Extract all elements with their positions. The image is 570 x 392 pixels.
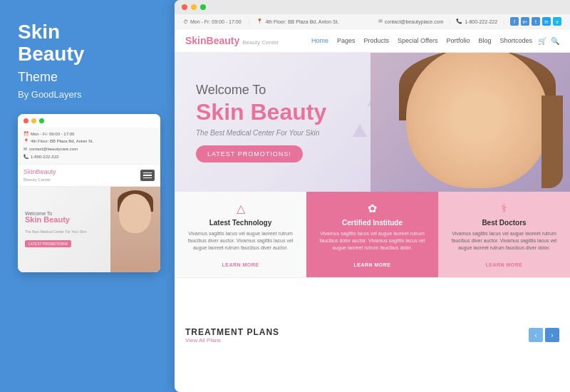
feature-text-2: Vivamus sagittis lacus vel augue laoreet… (317, 230, 428, 251)
feature-link-2[interactable]: LEARN MORE (353, 259, 390, 267)
email-icon: ✉ (24, 145, 27, 153)
nav-items: Home Pages Products Special Offers Portf… (311, 37, 532, 44)
feature-link-3[interactable]: LEARN MORE (485, 259, 522, 267)
separator: | (503, 19, 504, 24)
search-icon[interactable]: 🔍 (551, 37, 559, 45)
phone-icon: 📞 (456, 19, 462, 24)
hero-welcome-text: Welcome To (196, 83, 326, 98)
theme-by: By GoodLayers (18, 89, 160, 100)
prev-arrow-button[interactable]: ‹ (529, 328, 543, 342)
linkedin-icon[interactable]: in (542, 17, 551, 26)
nav-pages[interactable]: Pages (337, 37, 356, 44)
nav-special-offers[interactable]: Special Offers (398, 37, 437, 44)
browser-chrome (175, 0, 570, 14)
mobile-hero-subtitle: The Best Medical Center For Your Skin (25, 229, 86, 234)
decorative-triangle-2 (353, 124, 367, 137)
mobile-hours-row: ⏰ Mon - Fr: 09:00 - 17:00 (24, 130, 155, 138)
treatment-plans-bar: TREATMENT PLANS View All Plans ‹ › (175, 277, 570, 392)
social-icons-group: f g+ t in v (510, 17, 561, 26)
vimeo-icon[interactable]: v (553, 17, 561, 26)
browser-dot-close[interactable] (182, 4, 187, 10)
phone-icon: 📞 (24, 153, 28, 161)
feature-card-doctors: ⚕ Best Doctors Vivamus sagittis lacus ve… (438, 192, 570, 277)
left-panel: SkinBeauty Theme By GoodLayers ⏰ Mon - F… (0, 0, 175, 392)
hamburger-line (143, 175, 152, 176)
clock-icon: ⏰ (24, 130, 28, 138)
treatment-arrows: ‹ › (529, 328, 559, 342)
site-info-bar: ⏱ Mon - Fr: 09:00 - 17:00 | 📍 4th Floor:… (175, 14, 570, 29)
nav-products[interactable]: Products (364, 37, 390, 44)
hero-tagline-text: The Best Medical Center For Your Skin (196, 129, 326, 137)
feature-card-certified: ✿ Certified Institude Vivamus sagittis l… (306, 192, 438, 277)
mobile-dot-green (39, 118, 44, 123)
next-arrow-button[interactable]: › (545, 328, 559, 342)
browser-dot-maximize[interactable] (200, 4, 206, 10)
mobile-phone-row: 📞 1-800-222-222 (24, 153, 155, 161)
email-info: ✉ contact@beautyplace.com (378, 19, 444, 24)
hero-content: Welcome To Skin Beauty The Best Medical … (175, 68, 348, 177)
feature-text-1: Vivamus sagittis lacus vel augue laoreet… (185, 230, 296, 251)
nav-portfolio[interactable]: Portfolio (446, 37, 470, 44)
nav-home[interactable]: Home (311, 37, 328, 44)
hero-face-skin (406, 53, 549, 188)
mobile-nav: SkinBeauty Beauty Center (18, 165, 160, 187)
mobile-brand: SkinBeauty Beauty Center (24, 168, 56, 182)
treatment-info: TREATMENT PLANS View All Plans (185, 327, 279, 344)
mobile-email-row: ✉ contact@beautycare.com (24, 145, 155, 153)
hero-face-image (370, 53, 570, 192)
feature-title-1: Latest Technology (209, 219, 272, 227)
clock-icon: ⏱ (183, 19, 188, 24)
website-preview: ⏱ Mon - Fr: 09:00 - 17:00 | 📍 4th Floor:… (175, 0, 570, 392)
mobile-dot-red (24, 118, 28, 123)
mobile-hero-image (110, 187, 160, 272)
features-row: △ Latest Technology Vivamus sagittis lac… (175, 192, 570, 277)
location-icon: 📍 (256, 19, 263, 24)
facebook-icon[interactable]: f (510, 17, 519, 26)
cart-icon[interactable]: 🛒 (538, 37, 546, 45)
treatment-title: TREATMENT PLANS (185, 327, 279, 337)
nav-shortcodes[interactable]: Shortcodes (499, 37, 532, 44)
twitter-icon[interactable]: t (532, 17, 540, 26)
googleplus-icon[interactable]: g+ (521, 17, 529, 26)
nav-blog[interactable]: Blog (478, 37, 491, 44)
browser-dot-minimize[interactable] (191, 4, 197, 10)
face-oval (119, 194, 151, 233)
feature-text-3: Vivamus sagittis lacus vel augue laoreet… (449, 230, 559, 251)
mobile-info-bar: ⏰ Mon - Fr: 09:00 - 17:00 📍 4th Floor: B… (18, 128, 160, 165)
separator: | (449, 19, 450, 24)
site-logo: SkinBeauty Beauty Center (185, 35, 279, 46)
mobile-hero-text: Welcome To Skin Beauty The Best Medical … (25, 211, 86, 248)
mobile-browser-bar (18, 114, 160, 128)
separator: | (249, 19, 250, 24)
hero-section: Welcome To Skin Beauty The Best Medical … (175, 53, 570, 192)
theme-subtitle: Theme (18, 70, 160, 85)
phone-info: 📞 1-800-222-222 (456, 19, 497, 24)
address-info: 📍 4th Floor: BB Plaza Bd, Anton St. (256, 19, 338, 24)
doctors-icon: ⚕ (501, 202, 507, 215)
mobile-hero-title: Skin Beauty (25, 216, 86, 224)
right-contact-info: ✉ contact@beautyplace.com | 📞 1-800-222-… (378, 17, 561, 26)
hamburger-line (143, 172, 152, 174)
location-icon: 📍 (24, 138, 28, 145)
certified-icon: ✿ (368, 202, 377, 215)
technology-icon: △ (237, 202, 245, 215)
feature-link-1[interactable]: LEARN MORE (222, 259, 259, 267)
hero-cta-button[interactable]: LATEST PROMOTIONS! (196, 145, 303, 163)
envelope-icon: ✉ (378, 19, 383, 24)
treatment-view-all[interactable]: View All Plans (185, 337, 279, 344)
hero-face-hair-side (542, 96, 563, 188)
hamburger-line (143, 177, 152, 179)
main-navigation: SkinBeauty Beauty Center Home Pages Prod… (175, 29, 570, 53)
nav-action-icons: 🛒 🔍 (538, 37, 559, 45)
feature-title-3: Best Doctors (482, 219, 526, 227)
hamburger-menu[interactable] (140, 170, 155, 181)
hero-title-text: Skin Beauty (196, 100, 326, 123)
mobile-dot-yellow (31, 118, 36, 123)
mobile-promo-button[interactable]: LATEST PROMOTIONS! (25, 240, 71, 247)
feature-card-technology: △ Latest Technology Vivamus sagittis lac… (175, 192, 306, 277)
mobile-hero: Welcome To Skin Beauty The Best Medical … (18, 187, 160, 272)
feature-title-2: Certified Institude (342, 219, 403, 227)
theme-title: SkinBeauty (18, 21, 160, 66)
mobile-address-row: 📍 4th Floor: BB Plaza Bd, Anton St. (24, 138, 155, 145)
hours-info: ⏱ Mon - Fr: 09:00 - 17:00 (183, 19, 242, 24)
